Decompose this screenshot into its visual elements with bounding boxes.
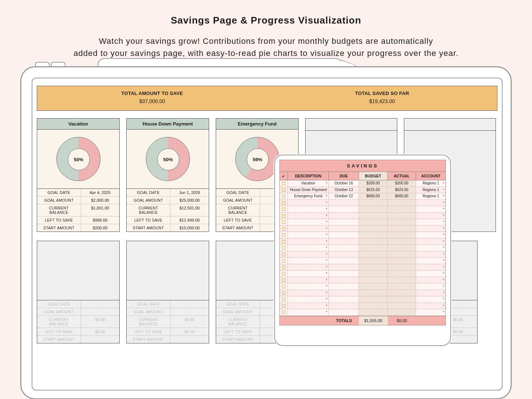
row-due[interactable]	[329, 213, 359, 219]
row-due[interactable]	[329, 296, 359, 303]
row-description[interactable]	[288, 296, 329, 303]
row-checkbox[interactable]	[280, 206, 288, 212]
row-budget[interactable]: $625.00	[359, 187, 388, 193]
row-actual[interactable]	[388, 206, 416, 212]
savings-row-empty[interactable]	[280, 303, 445, 310]
row-description[interactable]	[288, 283, 329, 290]
row-budget[interactable]: $200.00	[359, 180, 388, 187]
row-checkbox[interactable]	[280, 303, 288, 309]
row-budget[interactable]	[359, 296, 388, 303]
row-checkbox[interactable]	[280, 251, 288, 258]
row-description[interactable]	[288, 226, 329, 232]
row-due[interactable]	[329, 251, 359, 258]
row-checkbox[interactable]	[280, 226, 288, 232]
row-due[interactable]	[329, 271, 359, 277]
row-budget[interactable]	[359, 226, 388, 232]
row-description[interactable]	[288, 206, 329, 212]
row-description[interactable]: Emergency Fund	[288, 193, 329, 200]
row-actual[interactable]	[388, 239, 416, 245]
savings-row-empty[interactable]	[280, 271, 445, 277]
row-checkbox[interactable]	[280, 213, 288, 219]
row-actual[interactable]	[388, 245, 416, 251]
row-budget[interactable]	[359, 245, 388, 251]
row-actual[interactable]	[388, 309, 416, 315]
row-description[interactable]	[288, 219, 329, 225]
row-actual[interactable]	[388, 303, 416, 309]
row-account[interactable]	[416, 309, 445, 315]
row-budget[interactable]	[359, 258, 388, 264]
row-description[interactable]	[288, 271, 329, 277]
savings-row-empty[interactable]	[280, 232, 445, 239]
row-account[interactable]	[416, 213, 445, 219]
row-account[interactable]	[416, 303, 445, 309]
row-budget[interactable]	[359, 303, 388, 309]
row-account[interactable]: Regions 1	[416, 187, 445, 193]
row-account[interactable]	[416, 232, 445, 238]
row-account[interactable]	[416, 200, 445, 206]
row-description[interactable]	[288, 258, 329, 264]
header-due[interactable]: DUE	[329, 172, 359, 180]
row-due[interactable]	[329, 200, 359, 206]
savings-row-empty[interactable]	[280, 239, 445, 245]
row-due[interactable]	[329, 303, 359, 309]
row-actual[interactable]	[388, 296, 416, 303]
row-due[interactable]	[329, 258, 359, 264]
row-account[interactable]: Regions 1	[416, 180, 445, 187]
header-check-icon[interactable]	[280, 172, 288, 180]
row-actual[interactable]	[388, 283, 416, 290]
row-account[interactable]: Regions 1	[416, 193, 445, 200]
row-checkbox[interactable]	[280, 290, 288, 296]
row-due[interactable]	[329, 226, 359, 232]
savings-row-empty[interactable]	[280, 226, 445, 232]
savings-row-empty[interactable]	[280, 251, 445, 258]
row-budget[interactable]	[359, 309, 388, 315]
savings-row[interactable]: Emergency FundOctober 22$680.00$680.00Re…	[280, 193, 445, 200]
row-description[interactable]	[288, 303, 329, 309]
row-checkbox[interactable]	[280, 180, 288, 187]
row-account[interactable]	[416, 206, 445, 212]
row-account[interactable]	[416, 271, 445, 277]
row-due[interactable]	[329, 283, 359, 290]
row-description[interactable]	[288, 213, 329, 219]
row-budget[interactable]	[359, 219, 388, 225]
row-account[interactable]	[416, 296, 445, 303]
savings-row-empty[interactable]	[280, 264, 445, 271]
row-checkbox[interactable]	[280, 283, 288, 290]
row-actual[interactable]	[388, 232, 416, 238]
savings-row-empty[interactable]	[280, 219, 445, 226]
row-description[interactable]	[288, 200, 329, 206]
row-budget[interactable]	[359, 251, 388, 258]
row-account[interactable]	[416, 283, 445, 290]
row-actual[interactable]	[388, 258, 416, 264]
row-checkbox[interactable]	[280, 277, 288, 283]
row-actual[interactable]	[388, 251, 416, 258]
row-budget[interactable]	[359, 283, 388, 290]
row-due[interactable]: October 16	[329, 180, 359, 187]
row-checkbox[interactable]	[280, 245, 288, 251]
savings-row-empty[interactable]	[280, 309, 445, 316]
row-actual[interactable]: $625.00	[388, 187, 416, 193]
row-description[interactable]	[288, 245, 329, 251]
row-description[interactable]: House Down Payment	[288, 187, 329, 193]
row-actual[interactable]	[388, 271, 416, 277]
row-account[interactable]	[416, 219, 445, 225]
row-checkbox[interactable]	[280, 296, 288, 303]
row-description[interactable]	[288, 277, 329, 283]
row-description[interactable]: Vacation	[288, 180, 329, 187]
row-checkbox[interactable]	[280, 258, 288, 264]
row-budget[interactable]	[359, 232, 388, 238]
row-budget[interactable]	[359, 277, 388, 283]
row-actual[interactable]	[388, 264, 416, 271]
row-budget[interactable]	[359, 264, 388, 271]
row-description[interactable]	[288, 232, 329, 238]
row-checkbox[interactable]	[280, 200, 288, 206]
row-budget[interactable]	[359, 206, 388, 212]
row-due[interactable]	[329, 309, 359, 315]
header-actual[interactable]: ACTUAL	[388, 172, 416, 180]
row-account[interactable]	[416, 226, 445, 232]
row-account[interactable]	[416, 245, 445, 251]
row-due[interactable]: October 22	[329, 193, 359, 200]
savings-row-empty[interactable]	[280, 258, 445, 264]
row-account[interactable]	[416, 277, 445, 283]
row-checkbox[interactable]	[280, 264, 288, 271]
